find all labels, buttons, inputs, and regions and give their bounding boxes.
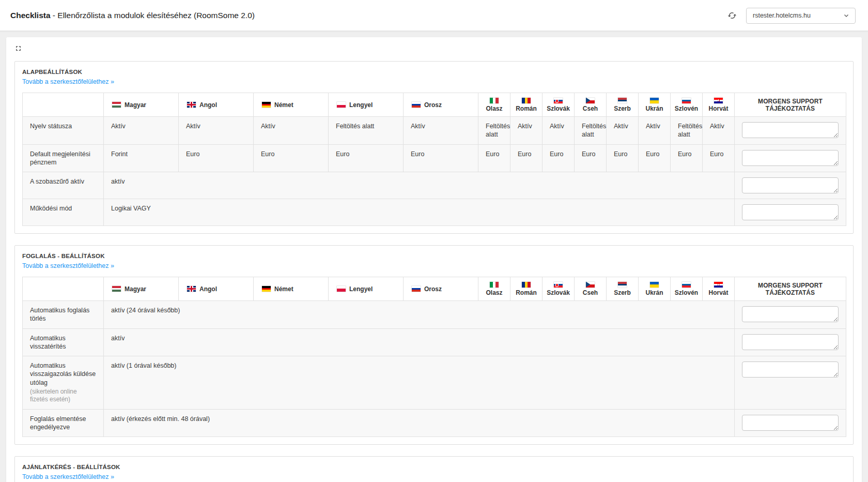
section-title: ALAPBEÁLLÍTÁSOK <box>22 69 846 75</box>
flag-rs-icon <box>618 98 627 103</box>
flag-cz-icon <box>586 282 595 288</box>
support-note-input[interactable] <box>742 122 839 138</box>
col-header-magyar: Magyar <box>104 93 179 117</box>
cell-value: Feltöltés alatt <box>478 117 510 145</box>
col-header-rom-n: Román <box>510 93 542 117</box>
cell-value: Aktív <box>510 117 542 145</box>
support-note-input[interactable] <box>742 334 839 350</box>
site-selector[interactable]: rstester.hotelcms.hu <box>746 8 856 24</box>
empty-header-cell <box>23 277 104 301</box>
flag-ua-icon <box>650 98 659 103</box>
support-cell <box>735 199 846 226</box>
support-note-input[interactable] <box>742 362 839 378</box>
language-label: Román <box>516 105 537 112</box>
cell-value-span: aktív (érkezés előtt min. 48 órával) <box>104 409 735 437</box>
cell-value-span: aktív <box>104 328 735 356</box>
row-label-text: Automatikus foglalás törlés <box>30 306 96 323</box>
cell-value-span: Logikai VAGY <box>104 199 735 226</box>
editor-link[interactable]: Tovább a szerkesztőfelülethez » <box>22 262 114 269</box>
table-row: Automatikus visszaigazolás küldése utóla… <box>23 356 846 410</box>
page-title-rest: - Ellenőrzőlista a modulok élesítéséhez … <box>51 11 255 20</box>
flag-gb-icon <box>187 286 196 292</box>
table-row: Foglalás elmentése engedélyezveaktív (ér… <box>23 409 846 437</box>
support-cell <box>735 328 846 356</box>
site-selector-value: rstester.hotelcms.hu <box>753 12 811 19</box>
language-label: Orosz <box>424 285 442 293</box>
support-cell <box>735 356 846 410</box>
col-header-olasz: Olasz <box>478 277 510 301</box>
page-title-bold: Checklista <box>10 11 51 20</box>
row-label-text: Automatikus visszaigazolás küldése utóla… <box>30 362 96 387</box>
table-row: A szobaszűrő aktívaktív <box>23 172 846 199</box>
col-header-cseh: Cseh <box>575 277 607 301</box>
cell-value: Feltöltés alatt <box>671 117 703 145</box>
cell-value: Aktív <box>404 117 478 145</box>
cell-value: Forint <box>104 144 179 172</box>
col-header-horv-t: Horvát <box>703 93 735 117</box>
language-label: Olasz <box>486 289 502 296</box>
flag-ro-icon <box>522 98 531 103</box>
row-label-text: A szobaszűrő aktív <box>30 177 96 186</box>
sync-icon[interactable] <box>727 11 737 20</box>
fullscreen-icon[interactable] <box>14 44 22 52</box>
table-row: Nyelv státuszaAktívAktívAktívFeltöltés a… <box>23 117 846 145</box>
section-foglal-s-be-ll-t-sok: FOGLALÁS - BEÁLLÍTÁSOKTovább a szerkeszt… <box>14 245 854 445</box>
col-header-angol: Angol <box>179 277 254 301</box>
language-label: Német <box>274 101 293 109</box>
flag-si-icon <box>682 282 691 288</box>
support-note-input[interactable] <box>742 150 839 166</box>
cell-value-span: aktív (24 órával később) <box>104 301 735 329</box>
cell-value: Euro <box>510 144 542 172</box>
language-label: Lengyel <box>349 285 373 293</box>
cell-value: Aktív <box>542 117 575 145</box>
support-note-input[interactable] <box>742 306 839 322</box>
language-label: Horvát <box>708 105 728 112</box>
cell-value: Aktív <box>639 117 671 145</box>
flag-cz-icon <box>586 98 595 103</box>
cell-value: Euro <box>607 144 639 172</box>
support-note-input[interactable] <box>742 204 839 220</box>
language-label: Szerb <box>614 105 631 112</box>
editor-link[interactable]: Tovább a szerkesztőfelülethez » <box>22 78 114 85</box>
app-header: Checklista - Ellenőrzőlista a modulok él… <box>0 0 868 31</box>
support-note-input[interactable] <box>742 177 839 193</box>
support-cell <box>735 172 846 199</box>
cell-value: Aktív <box>254 117 329 145</box>
col-header-orosz: Orosz <box>404 93 478 117</box>
support-note-input[interactable] <box>742 415 839 431</box>
col-header-szlov-k: Szlovák <box>542 93 575 117</box>
col-header-ukr-n: Ukrán <box>639 93 671 117</box>
flag-de-icon <box>262 102 271 108</box>
language-label: Román <box>516 289 537 296</box>
language-label: Magyar <box>125 101 146 109</box>
support-cell <box>735 301 846 329</box>
flag-de-icon <box>262 286 271 292</box>
editor-link[interactable]: Tovább a szerkesztőfelülethez » <box>22 473 114 480</box>
support-cell <box>735 117 846 145</box>
flag-ua-icon <box>650 282 659 288</box>
language-label: Szlovén <box>675 289 698 296</box>
table-row: Automatikus foglalás törlésaktív (24 órá… <box>23 301 846 329</box>
language-label: Cseh <box>583 105 598 112</box>
col-header-cseh: Cseh <box>575 93 607 117</box>
support-column-header: MORGENS SUPPORT TÁJÉKOZTATÁS <box>735 277 846 301</box>
col-header-ukr-n: Ukrán <box>639 277 671 301</box>
language-label: Német <box>274 285 293 293</box>
cell-value-span: aktív <box>104 172 735 199</box>
col-header-n-met: Német <box>254 277 329 301</box>
flag-hr-icon <box>714 98 723 103</box>
flag-hr-icon <box>714 282 723 288</box>
row-label: A szobaszűrő aktív <box>23 172 104 199</box>
checklist-card: ALAPBEÁLLÍTÁSOKTovább a szerkesztőfelüle… <box>6 37 862 482</box>
language-label: Szlovák <box>547 105 570 112</box>
language-label: Lengyel <box>349 101 373 109</box>
settings-table: MagyarAngolNémetLengyelOroszOlaszRománSz… <box>22 277 846 437</box>
cell-value: Euro <box>703 144 735 172</box>
settings-table: MagyarAngolNémetLengyelOroszOlaszRománSz… <box>22 93 846 226</box>
cell-value: Euro <box>179 144 254 172</box>
row-label: Automatikus visszaigazolás küldése utóla… <box>23 356 104 410</box>
support-cell <box>735 409 846 437</box>
row-label-text: Default megjelenítési pénznem <box>30 150 96 167</box>
cell-value: Feltöltés alatt <box>575 117 607 145</box>
flag-ru-icon <box>412 102 421 108</box>
